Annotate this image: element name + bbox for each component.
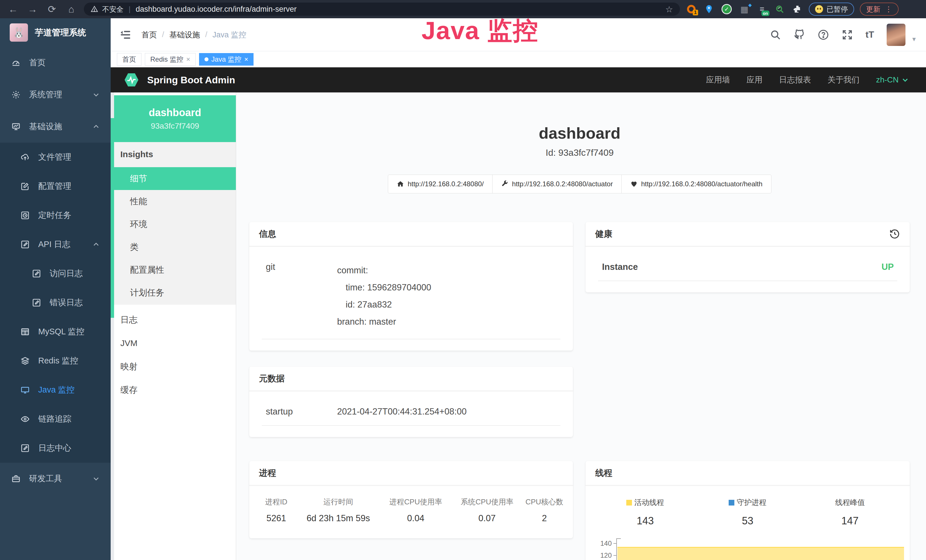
sba-logo-icon[interactable] — [123, 72, 140, 88]
thread-stats: 活动线程 143 守护进程 53 线程峰值 147 — [586, 486, 910, 527]
menu-item-metrics[interactable]: 性能 — [114, 190, 236, 213]
tab-redis-monitor[interactable]: Redis 监控 × — [145, 53, 196, 66]
card-title: 进程 — [259, 467, 276, 479]
sidebar-item-infra[interactable]: 基础设施 — [0, 111, 110, 143]
sidebar-item-mysql-monitor[interactable]: MySQL 监控 — [0, 317, 110, 346]
breadcrumb-separator: / — [162, 30, 164, 39]
sidebar-item-error-log[interactable]: 错误日志 — [0, 288, 110, 317]
fullscreen-icon[interactable] — [841, 29, 853, 41]
endpoint-home-button[interactable]: http://192.168.0.2:48080/ — [388, 175, 493, 194]
sidebar-item-redis-monitor[interactable]: Redis 监控 — [0, 346, 110, 375]
annotation-java-monitor: Java 监控 — [422, 14, 539, 48]
edit-square-icon — [21, 182, 30, 191]
locale-select[interactable]: zh-CN — [876, 75, 909, 85]
extensions-puzzle-icon[interactable] — [792, 3, 803, 15]
info-card: 信息 git commit: time: 1596289704000 id: 2… — [249, 222, 573, 351]
sidebar-item-trace[interactable]: 链路追踪 — [0, 404, 110, 434]
tab-list-extension-icon[interactable]: ≡ on — [756, 3, 768, 15]
instance-header[interactable]: dashboard 93a3fc7f7409 — [114, 95, 236, 142]
green-check-extension-icon[interactable]: ✓ — [721, 3, 732, 15]
avatar-caret-icon[interactable]: ▾ — [912, 35, 916, 43]
browser-back-icon[interactable]: ← — [6, 2, 20, 16]
search-icon[interactable] — [770, 29, 781, 41]
close-icon[interactable]: × — [186, 55, 190, 64]
sba-nav-journal[interactable]: 日志报表 — [779, 74, 811, 85]
sidebar-item-home[interactable]: 首页 — [0, 47, 110, 79]
root-menu-group: 日志 JVM 映射 缓存 — [114, 305, 236, 402]
browser-reload-icon[interactable]: ⟳ — [45, 2, 59, 16]
breadcrumb-infra[interactable]: 基础设施 — [169, 30, 200, 40]
sidebar-scrollbar-thumb[interactable] — [110, 118, 114, 318]
browser-home-icon[interactable]: ⌂ — [65, 2, 78, 16]
app-logo-row[interactable]: 🐰 芋道管理系统 — [0, 18, 110, 47]
green-magnifier-extension-icon[interactable] — [774, 3, 785, 15]
endpoint-actuator-button[interactable]: http://192.168.0.2:48080/actuator — [492, 175, 622, 194]
address-divider: | — [129, 5, 131, 14]
help-question-icon[interactable] — [818, 29, 829, 41]
sidebar-item-dev-tools[interactable]: 研发工具 — [0, 463, 110, 495]
sba-brand-title[interactable]: Spring Boot Admin — [147, 74, 235, 86]
chevron-down-icon — [902, 76, 909, 83]
sidebar-item-label: 基础设施 — [29, 121, 62, 132]
location-pin-icon[interactable] — [703, 3, 715, 15]
health-instance-row[interactable]: Instance UP — [598, 258, 897, 281]
address-bar[interactable]: 不安全 | dashboard.yudao.iocoder.cn/infra/a… — [84, 3, 680, 16]
breadcrumb: 首页 / 基础设施 / Java 监控 — [141, 30, 247, 40]
cell-process-cpu: 0.04 — [380, 513, 451, 524]
sidebar-item-log-center[interactable]: 日志中心 — [0, 434, 110, 463]
menu-item-caches[interactable]: 缓存 — [114, 378, 236, 402]
url-text[interactable]: dashboard.yudao.iocoder.cn/infra/admin-s… — [136, 5, 661, 14]
menu-item-details[interactable]: 细节 — [114, 167, 236, 190]
not-secure-warning-icon — [91, 5, 98, 13]
security-label[interactable]: 不安全 — [102, 5, 124, 14]
grid-extension-icon[interactable]: ▦ ◆ — [738, 3, 750, 15]
font-size-icon[interactable]: tT — [865, 29, 874, 40]
menu-item-jvm[interactable]: JVM — [114, 331, 236, 355]
menu-item-classes[interactable]: 类 — [114, 236, 236, 259]
endpoint-url: http://192.168.0.2:48080/actuator/health — [641, 180, 763, 188]
menu-item-logfile[interactable]: 日志 — [114, 308, 236, 331]
endpoint-health-button[interactable]: http://192.168.0.2:48080/actuator/health — [622, 175, 772, 194]
sba-nav-applications[interactable]: 应用 — [747, 74, 763, 85]
tab-home[interactable]: 首页 — [117, 53, 141, 66]
stat-label: 守护进程 — [737, 498, 766, 507]
extension-orange-icon[interactable]: 1 — [685, 3, 697, 15]
tab-java-monitor[interactable]: Java 监控 × — [199, 53, 254, 66]
avatar[interactable] — [887, 24, 905, 46]
sidebar-item-access-log[interactable]: 访问日志 — [0, 259, 110, 288]
sidebar-item-system[interactable]: 系统管理 — [0, 79, 110, 111]
briefcase-icon — [11, 474, 21, 483]
git-time-line: time: 1596289704000 — [337, 279, 431, 296]
sidebar-item-api-log[interactable]: API 日志 — [0, 230, 110, 259]
menu-item-mappings[interactable]: 映射 — [114, 355, 236, 378]
github-icon[interactable] — [794, 29, 805, 41]
bookmark-star-icon[interactable]: ☆ — [665, 4, 673, 14]
monitor-chart-icon — [11, 122, 21, 131]
sidebar-item-file-manage[interactable]: 文件管理 — [0, 143, 110, 172]
collapse-sidebar-icon[interactable] — [119, 29, 132, 41]
update-button[interactable]: 更新 ⋮ — [860, 3, 899, 16]
stat-value: 143 — [594, 515, 696, 527]
browser-menu-icon[interactable]: ⋮ — [885, 5, 892, 14]
paused-badge[interactable]: 已暂停 — [809, 3, 854, 16]
sidebar-item-java-monitor[interactable]: Java 监控 — [0, 375, 110, 404]
menu-item-scheduled-tasks[interactable]: 计划任务 — [114, 281, 236, 304]
info-key: git — [266, 262, 337, 330]
sidebar-item-config-manage[interactable]: 配置管理 — [0, 172, 110, 201]
stat-value: 147 — [799, 515, 901, 527]
browser-forward-icon[interactable]: → — [26, 2, 39, 16]
sba-nav-wallboard[interactable]: 应用墙 — [706, 74, 730, 85]
locale-label: zh-CN — [876, 75, 899, 85]
card-title: 健康 — [595, 228, 612, 240]
info-git-row: git commit: time: 1596289704000 id: 27aa… — [262, 258, 560, 339]
sidebar-item-cron-job[interactable]: 定时任务 — [0, 201, 110, 230]
menu-item-config-props[interactable]: 配置属性 — [114, 259, 236, 281]
close-icon[interactable]: × — [244, 55, 248, 64]
menu-item-environment[interactable]: 环境 — [114, 213, 236, 236]
metadata-card-body: startup 2021-04-27T00:44:31.254+08:00 — [249, 391, 573, 437]
sidebar-item-label: 文件管理 — [38, 151, 71, 163]
sba-nav-about[interactable]: 关于我们 — [828, 74, 859, 85]
history-icon[interactable] — [889, 229, 900, 239]
tab-label: Java 监控 — [211, 55, 241, 64]
breadcrumb-home[interactable]: 首页 — [141, 30, 157, 40]
